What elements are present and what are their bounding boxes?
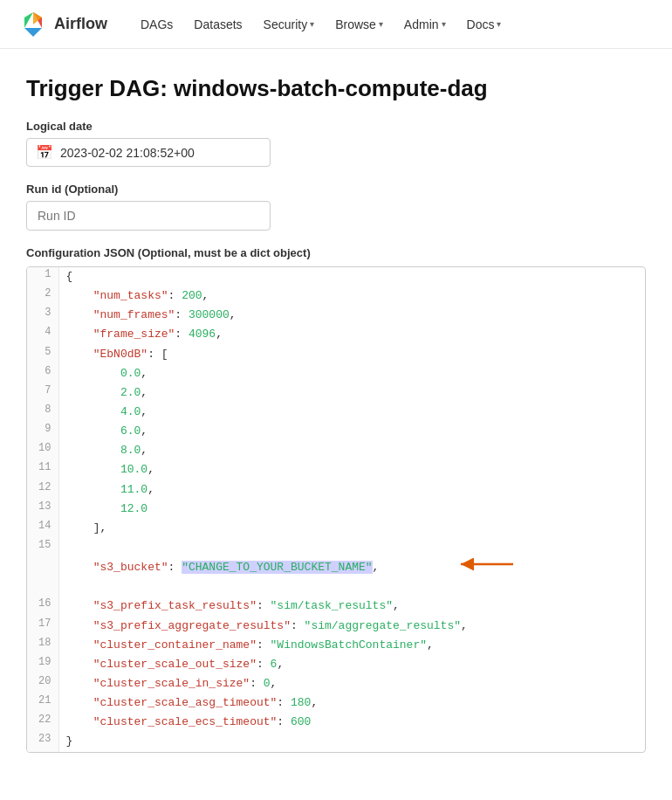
table-row: 10 8.0,	[27, 441, 645, 460]
table-row: 13 12.0	[27, 500, 645, 519]
table-row: 7 2.0,	[27, 383, 645, 403]
main-content: Trigger DAG: windows-batch-compute-dag L…	[0, 49, 672, 788]
logo-text: Airflow	[54, 15, 107, 33]
logical-date-label: Logical date	[26, 120, 646, 133]
config-json-label: Configuration JSON (Optional, must be a …	[26, 246, 646, 259]
table-row: 8 4.0,	[27, 403, 645, 422]
table-row: 22 "cluster_scale_ecs_timeout": 600	[27, 713, 645, 732]
table-row: 17 "s3_prefix_aggregate_results": "sim/a…	[27, 617, 645, 636]
security-chevron-icon: ▾	[310, 19, 314, 29]
table-row: 21 "cluster_scale_asg_timeout": 180,	[27, 693, 645, 713]
run-id-input[interactable]	[26, 201, 271, 231]
nav-links: DAGs Datasets Security ▾ Browse ▾ Admin …	[132, 12, 655, 37]
nav-admin[interactable]: Admin ▾	[395, 12, 455, 37]
table-row: 4 "frame_size": 4096,	[27, 325, 645, 344]
nav-datasets[interactable]: Datasets	[185, 12, 250, 37]
table-row: 9 6.0,	[27, 422, 645, 441]
browse-chevron-icon: ▾	[379, 19, 383, 29]
svg-marker-2	[24, 28, 42, 37]
table-row: 5 "EbN0dB": [	[27, 345, 645, 364]
nav-dags[interactable]: DAGs	[132, 12, 182, 37]
table-row: 16 "s3_prefix_task_results": "sim/task_r…	[27, 597, 645, 616]
table-row: 19 "cluster_scale_out_size": 6,	[27, 655, 645, 674]
table-row: 15 "s3_bucket": "CHANGE_TO_YOUR_BUCKET_N…	[27, 538, 645, 597]
table-row: 18 "cluster_container_name": "WindowsBat…	[27, 636, 645, 655]
table-row: 12 11.0,	[27, 480, 645, 500]
docs-chevron-icon: ▾	[497, 19, 501, 29]
navbar: Airflow DAGs Datasets Security ▾ Browse …	[0, 0, 672, 49]
calendar-icon: 📅	[36, 144, 53, 161]
run-id-label: Run id (Optional)	[26, 183, 646, 196]
table-row: 14 ],	[27, 519, 645, 538]
table-row: 3 "num_frames": 300000,	[27, 306, 645, 325]
logo[interactable]: Airflow	[17, 9, 107, 40]
table-row: 6 0.0,	[27, 364, 645, 383]
logical-date-value: 2023-02-02 21:08:52+00	[60, 146, 195, 160]
admin-chevron-icon: ▾	[442, 19, 446, 29]
table-row: 23 }	[27, 732, 645, 751]
table-row: 1 {	[27, 267, 645, 286]
table-row: 20 "cluster_scale_in_size": 0,	[27, 674, 645, 693]
config-json-editor[interactable]: 1 { 2 "num_tasks": 200, 3 "num_frames": …	[26, 266, 646, 753]
code-lines: 1 { 2 "num_tasks": 200, 3 "num_frames": …	[27, 267, 645, 752]
arrow-annotation-icon	[452, 556, 515, 572]
svg-marker-1	[24, 12, 33, 28]
airflow-logo-icon	[17, 9, 49, 40]
logical-date-input[interactable]: 📅 2023-02-02 21:08:52+00	[26, 138, 271, 167]
nav-security[interactable]: Security ▾	[255, 12, 324, 37]
nav-docs[interactable]: Docs ▾	[458, 12, 511, 37]
table-row: 11 10.0,	[27, 460, 645, 479]
page-title: Trigger DAG: windows-batch-compute-dag	[26, 75, 646, 102]
nav-browse[interactable]: Browse ▾	[326, 12, 392, 37]
table-row: 2 "num_tasks": 200,	[27, 286, 645, 306]
